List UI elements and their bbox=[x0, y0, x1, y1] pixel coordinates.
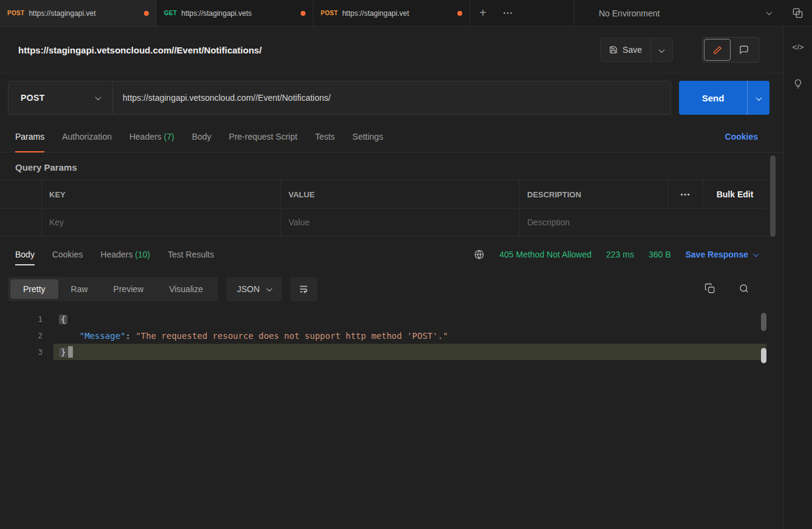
row-gutter bbox=[0, 180, 41, 208]
request-tab-1[interactable]: POST https://stagingapi.vet bbox=[0, 0, 157, 26]
tab-pre-request-script[interactable]: Pre-request Script bbox=[229, 121, 298, 152]
network-globe-icon bbox=[474, 249, 485, 260]
request-tab-3[interactable]: POST https://stagingapi.vet bbox=[313, 0, 470, 26]
tab-label: Settings bbox=[352, 132, 383, 142]
headers-count: (7) bbox=[162, 132, 174, 142]
code-line: 2 "Message": "The requested resource doe… bbox=[0, 327, 783, 344]
lightbulb-icon bbox=[793, 78, 803, 89]
search-icon bbox=[739, 283, 749, 294]
save-options-button[interactable] bbox=[650, 38, 672, 61]
save-label: Save bbox=[623, 45, 642, 55]
send-options-button[interactable] bbox=[747, 81, 769, 115]
main-content: https://stagingapi.vetsoncloud.com//Even… bbox=[0, 27, 783, 529]
headers-count: (10) bbox=[132, 250, 150, 259]
tab-title: https://stagingapi.vet bbox=[342, 9, 453, 18]
chevron-down-icon bbox=[756, 95, 762, 101]
response-meta: 405 Method Not Allowed 223 ms 360 B Save… bbox=[474, 249, 758, 260]
save-response-button[interactable]: Save Response bbox=[686, 250, 759, 259]
tab-label: Headers bbox=[101, 250, 133, 259]
cookies-link[interactable]: Cookies bbox=[725, 132, 758, 142]
response-scrollbar-thumb[interactable] bbox=[761, 348, 766, 363]
response-tab-headers[interactable]: Headers (10) bbox=[101, 239, 151, 270]
method-badge: GET bbox=[164, 10, 177, 16]
format-label: JSON bbox=[237, 284, 259, 294]
param-key-input[interactable] bbox=[49, 217, 281, 227]
tab-settings[interactable]: Settings bbox=[352, 121, 383, 152]
params-input-row bbox=[0, 209, 766, 236]
environment-quicklook-icon bbox=[792, 7, 803, 19]
copy-icon bbox=[705, 283, 715, 294]
view-visualize-button[interactable]: Visualize bbox=[156, 279, 216, 299]
params-more-button[interactable]: ••• bbox=[668, 180, 703, 208]
url-input[interactable] bbox=[113, 81, 670, 114]
send-button[interactable]: Send bbox=[679, 81, 747, 115]
view-pretty-button[interactable]: Pretty bbox=[10, 279, 58, 299]
pencil-icon bbox=[713, 46, 722, 55]
request-tabs: Params Authorization Headers (7) Body Pr… bbox=[0, 121, 783, 152]
tab-label: Cookies bbox=[52, 250, 83, 259]
tab-label: Tests bbox=[315, 132, 335, 142]
tab-headers[interactable]: Headers (7) bbox=[129, 121, 174, 152]
bulk-edit-button[interactable]: Bulk Edit bbox=[703, 180, 766, 208]
response-panel: Body Cookies Headers (10) Test Results 4 bbox=[0, 239, 783, 529]
view-preview-button[interactable]: Preview bbox=[101, 279, 157, 299]
params-header-row: KEY VALUE DESCRIPTION ••• Bulk Edit bbox=[0, 180, 766, 209]
row-gutter bbox=[0, 209, 41, 236]
wrap-lines-button[interactable] bbox=[290, 277, 317, 301]
response-tab-body[interactable]: Body bbox=[15, 239, 35, 270]
code-snippet-button[interactable]: </> bbox=[793, 43, 804, 52]
param-value-input[interactable] bbox=[288, 217, 519, 227]
open-brace: { bbox=[59, 315, 67, 324]
new-tab-button[interactable]: + bbox=[470, 0, 496, 26]
tab-params[interactable]: Params bbox=[15, 121, 44, 152]
view-mode-group: Pretty Raw Preview Visualize bbox=[8, 277, 218, 301]
edit-request-button[interactable] bbox=[704, 39, 731, 61]
text-cursor bbox=[68, 346, 73, 358]
param-description-input[interactable] bbox=[527, 217, 766, 227]
response-scrollbar-thumb[interactable] bbox=[761, 313, 766, 331]
unsaved-dot-icon bbox=[301, 11, 305, 16]
value-cell bbox=[281, 209, 519, 236]
tab-label: Test Results bbox=[168, 250, 214, 259]
method-select[interactable]: POST bbox=[9, 81, 113, 114]
save-icon bbox=[609, 46, 618, 54]
tab-body[interactable]: Body bbox=[192, 121, 211, 152]
request-tab-2[interactable]: GET https://stagingapi.vets bbox=[157, 0, 313, 26]
method-badge: POST bbox=[321, 10, 338, 16]
copy-response-button[interactable] bbox=[705, 283, 715, 296]
tab-label: Authorization bbox=[62, 132, 112, 142]
search-response-button[interactable] bbox=[739, 283, 749, 296]
line-number: 3 bbox=[0, 347, 43, 357]
view-raw-button[interactable]: Raw bbox=[58, 279, 101, 299]
tab-tests[interactable]: Tests bbox=[315, 121, 335, 152]
send-split-button: Send bbox=[679, 81, 769, 115]
tab-options-button[interactable]: ••• bbox=[496, 0, 521, 26]
request-title: https://stagingapi.vetsoncloud.com//Even… bbox=[18, 45, 600, 55]
params-scrollbar-thumb[interactable] bbox=[770, 155, 776, 237]
chevron-down-icon bbox=[95, 94, 101, 100]
environment-quicklook-button[interactable] bbox=[783, 0, 812, 26]
save-button[interactable]: Save bbox=[601, 38, 650, 61]
tab-label: Body bbox=[15, 250, 35, 259]
tab-label: Headers bbox=[129, 132, 162, 142]
request-header: https://stagingapi.vetsoncloud.com//Even… bbox=[0, 27, 783, 73]
close-brace: } bbox=[59, 347, 67, 357]
hints-button[interactable] bbox=[793, 78, 803, 91]
edit-comment-group bbox=[702, 37, 759, 63]
format-select[interactable]: JSON bbox=[227, 277, 281, 301]
plus-icon: + bbox=[479, 6, 486, 20]
tab-authorization[interactable]: Authorization bbox=[62, 121, 112, 152]
line-number: 1 bbox=[0, 315, 43, 324]
response-tab-test-results[interactable]: Test Results bbox=[168, 239, 214, 270]
tab-label: Pre-request Script bbox=[229, 132, 298, 142]
tab-title: https://stagingapi.vet bbox=[29, 9, 140, 18]
comment-button[interactable] bbox=[731, 39, 757, 61]
postman-app: POST https://stagingapi.vet GET https://… bbox=[0, 0, 812, 529]
line-number: 2 bbox=[0, 331, 43, 340]
response-tab-cookies[interactable]: Cookies bbox=[52, 239, 83, 270]
chevron-down-icon bbox=[659, 47, 665, 53]
url-control: POST bbox=[8, 81, 671, 115]
environment-selector[interactable]: No Environment bbox=[574, 0, 783, 26]
response-body-viewer: 1 { 2 "Message": "The requested resource… bbox=[0, 311, 783, 360]
tab-label: Params bbox=[15, 132, 44, 142]
